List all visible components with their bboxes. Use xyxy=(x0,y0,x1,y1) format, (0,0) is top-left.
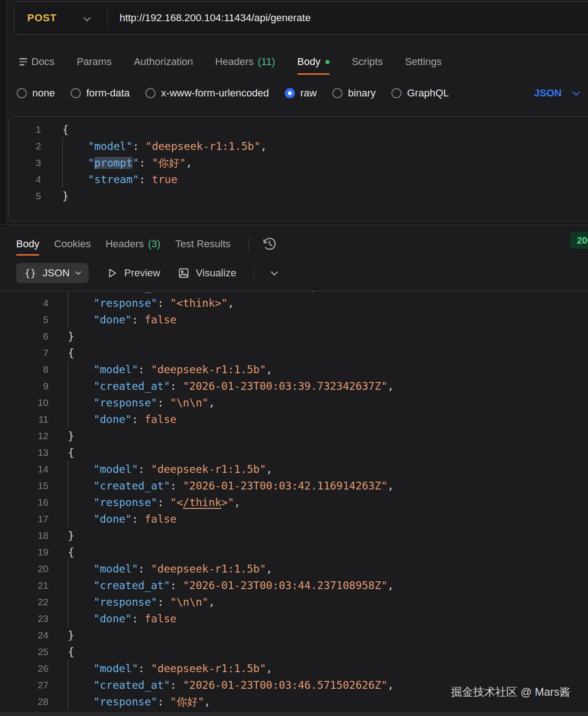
line-number: 21 xyxy=(0,577,48,594)
line-number: 28 xyxy=(0,693,48,710)
request-url-bar: POST http://192.168.200.104:11434/api/ge… xyxy=(14,1,588,35)
radio-label: form-data xyxy=(86,87,130,99)
method-chevron-down-icon[interactable] xyxy=(84,14,90,22)
code-line: 12} xyxy=(0,428,588,444)
code-line: 11 "done": false xyxy=(0,411,588,428)
raw-language-select[interactable]: JSON xyxy=(534,83,579,103)
line-number: 15 xyxy=(0,477,48,494)
body-type-form-data[interactable]: form-data xyxy=(71,87,130,99)
request-tab-docs[interactable]: Docs xyxy=(19,49,54,75)
code-line: 6} xyxy=(0,328,588,345)
play-icon xyxy=(106,267,118,279)
horizontal-scrollbar-track[interactable] xyxy=(0,712,588,716)
code-line: 7{ xyxy=(0,345,588,361)
line-number: 12 xyxy=(0,428,48,444)
request-tab-settings[interactable]: Settings xyxy=(405,49,442,75)
code-text: } xyxy=(48,627,74,644)
response-tab-headers[interactable]: Headers(3) xyxy=(106,233,161,256)
line-number: 16 xyxy=(0,494,48,511)
code-line: 15 "created_at": "2026-01-23T00:03:42.11… xyxy=(0,477,588,494)
line-number: 2 xyxy=(9,138,41,155)
code-text: } xyxy=(48,527,74,544)
code-text: "prompt": "你好", xyxy=(41,155,192,171)
line-number: 3 xyxy=(9,155,41,171)
radio-icon xyxy=(332,88,342,98)
request-tab-params[interactable]: Params xyxy=(77,49,112,75)
visualize-label: Visualize xyxy=(196,267,236,279)
window-left-gutter xyxy=(0,0,7,227)
body-type-raw[interactable]: raw xyxy=(285,87,317,99)
history-clock-icon[interactable] xyxy=(261,235,278,253)
line-number: 13 xyxy=(0,444,48,461)
code-line: 5} xyxy=(9,188,588,204)
tab-label: Docs xyxy=(31,56,54,68)
response-view-format-button[interactable]: {} JSON xyxy=(16,263,89,283)
code-text: "model": "deepseek-r1:1.5b", xyxy=(48,461,272,477)
code-line: 24} xyxy=(0,627,588,644)
request-tab-headers[interactable]: Headers(11) xyxy=(215,49,275,75)
toolbar-divider xyxy=(254,266,254,280)
code-line: 25{ xyxy=(0,644,588,660)
code-text: "response": "\n\n", xyxy=(48,594,215,610)
radio-label: raw xyxy=(300,87,317,99)
code-line: 21 "created_at": "2026-01-23T00:03:44.23… xyxy=(0,577,588,594)
url-input[interactable]: http://192.168.200.104:11434/api/generat… xyxy=(120,12,311,24)
code-text: "done": false xyxy=(48,411,176,428)
line-number: 1 xyxy=(9,121,41,138)
request-tab-scripts[interactable]: Scripts xyxy=(352,49,383,75)
code-text: "response": "</think>", xyxy=(48,494,240,511)
line-number: 8 xyxy=(0,361,48,378)
line-number: 26 xyxy=(0,660,48,677)
request-tab-body[interactable]: Body xyxy=(297,49,330,75)
response-tab-test-results[interactable]: Test Results xyxy=(175,233,231,256)
code-line: 4 "response": "<think>", xyxy=(0,295,588,311)
code-line: 3 "prompt": "你好", xyxy=(9,155,588,171)
request-tab-authorization[interactable]: Authorization xyxy=(134,49,193,75)
line-number: 4 xyxy=(9,171,41,188)
code-line: 18} xyxy=(0,527,588,544)
visualize-button[interactable]: Visualize xyxy=(178,267,236,279)
tab-count-badge: (3) xyxy=(148,238,161,250)
method-selector[interactable]: POST xyxy=(27,12,57,24)
body-type-graphql[interactable]: GraphQL xyxy=(391,87,449,99)
tab-label: Settings xyxy=(405,56,442,68)
response-tab-body[interactable]: Body xyxy=(16,233,39,256)
code-text: "model": "deepseek-r1:1.5b", xyxy=(48,660,272,677)
code-line: 19{ xyxy=(0,544,588,561)
radio-label: binary xyxy=(348,87,376,99)
body-type-none[interactable]: none xyxy=(17,87,55,99)
body-type-binary[interactable]: binary xyxy=(332,87,376,99)
line-number: 10 xyxy=(0,394,48,411)
line-number: 20 xyxy=(0,561,48,577)
tab-label: Headers xyxy=(215,56,253,68)
line-number: 19 xyxy=(0,544,48,561)
tab-label: Scripts xyxy=(352,56,383,68)
code-text: "done": false xyxy=(48,610,176,627)
code-text: } xyxy=(48,328,74,345)
response-tab-cookies[interactable]: Cookies xyxy=(54,233,90,256)
radio-label: x-www-form-urlencoded xyxy=(161,87,269,99)
response-tabs: BodyCookiesHeaders(3)Test Results xyxy=(16,233,278,256)
line-number: 17 xyxy=(0,511,48,527)
request-body-editor[interactable]: 1{2 "model": "deepseek-r1:1.5b",3 "promp… xyxy=(8,116,588,221)
radio-icon xyxy=(145,88,156,98)
body-type-x-www-form-urlencoded[interactable]: x-www-form-urlencoded xyxy=(145,87,269,99)
code-line: 3 "created_at": "2026-01-23T00:03:…", xyxy=(0,291,588,295)
tab-label: Body xyxy=(297,56,320,68)
line-number: 22 xyxy=(0,594,48,610)
code-text: "response": "\n\n", xyxy=(48,394,215,411)
tab-label: Params xyxy=(77,56,112,68)
toolbar-chevron-down-icon[interactable] xyxy=(271,268,278,275)
line-number: 25 xyxy=(0,644,48,660)
body-type-row: noneform-datax-www-form-urlencodedrawbin… xyxy=(17,83,588,103)
response-body-viewer[interactable]: 3 "created_at": "2026-01-23T00:03:…",4 "… xyxy=(0,291,588,712)
tab-label: Cookies xyxy=(54,238,90,250)
preview-button[interactable]: Preview xyxy=(106,267,160,279)
line-number: 23 xyxy=(0,610,48,627)
code-text: "created_at": "2026-01-23T00:03:…", xyxy=(48,291,317,295)
code-text: { xyxy=(48,544,74,561)
code-line: 20 "model": "deepseek-r1:1.5b", xyxy=(0,561,588,577)
code-line: 22 "response": "\n\n", xyxy=(0,594,588,610)
code-text: "response": "你好", xyxy=(48,693,210,710)
code-line: 1{ xyxy=(9,121,588,138)
